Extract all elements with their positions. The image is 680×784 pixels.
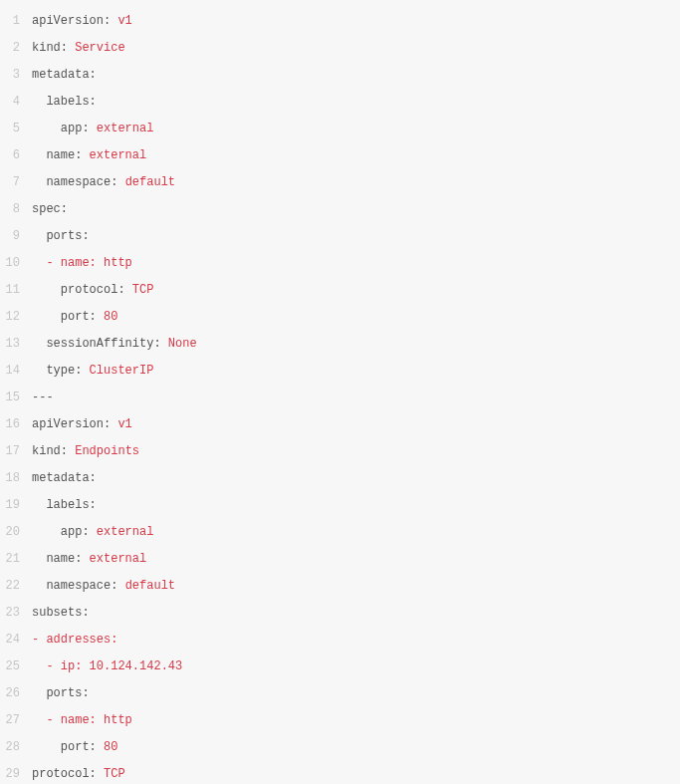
code-content: - addresses: — [32, 627, 117, 653]
code-line: 17kind: Endpoints — [0, 438, 680, 465]
code-content: apiVersion: v1 — [32, 8, 132, 35]
line-number: 29 — [0, 761, 32, 784]
code-content: app: external — [32, 116, 153, 142]
code-content: kind: Endpoints — [32, 438, 139, 465]
code-line: 23subsets: — [0, 600, 680, 627]
yaml-code-block: 1apiVersion: v12kind: Service3metadata:4… — [0, 0, 680, 784]
line-number: 4 — [0, 89, 32, 116]
line-number: 24 — [0, 627, 32, 653]
line-number: 1 — [0, 8, 32, 35]
code-content: port: 80 — [32, 734, 117, 761]
code-line: 11 protocol: TCP — [0, 277, 680, 304]
code-line: 5 app: external — [0, 116, 680, 142]
line-number: 22 — [0, 573, 32, 600]
line-number: 15 — [0, 385, 32, 411]
code-line: 22 namespace: default — [0, 573, 680, 600]
code-content: type: ClusterIP — [32, 358, 153, 385]
line-number: 27 — [0, 707, 32, 734]
code-content: ports: — [32, 680, 90, 707]
line-number: 18 — [0, 465, 32, 492]
code-content: name: external — [32, 546, 146, 573]
line-number: 10 — [0, 250, 32, 277]
code-line: 26 ports: — [0, 680, 680, 707]
code-content: - ip: 10.124.142.43 — [32, 653, 182, 680]
code-content: metadata: — [32, 465, 97, 492]
code-content: --- — [32, 385, 54, 411]
line-number: 14 — [0, 358, 32, 385]
code-line: 20 app: external — [0, 519, 680, 546]
code-line: 7 namespace: default — [0, 169, 680, 196]
code-line: 25 - ip: 10.124.142.43 — [0, 653, 680, 680]
line-number: 12 — [0, 304, 32, 331]
line-number: 19 — [0, 492, 32, 519]
code-line: 6 name: external — [0, 142, 680, 169]
code-content: port: 80 — [32, 304, 117, 331]
code-content: namespace: default — [32, 573, 175, 600]
code-content: - name: http — [32, 707, 132, 734]
code-content: protocol: TCP — [32, 761, 125, 784]
code-line: 2kind: Service — [0, 35, 680, 62]
code-line: 3metadata: — [0, 62, 680, 89]
line-number: 28 — [0, 734, 32, 761]
code-content: subsets: — [32, 600, 90, 627]
line-number: 17 — [0, 438, 32, 465]
code-line: 21 name: external — [0, 546, 680, 573]
code-content: labels: — [32, 492, 97, 519]
code-content: spec: — [32, 196, 68, 223]
code-line: 13 sessionAffinity: None — [0, 331, 680, 358]
code-content: app: external — [32, 519, 153, 546]
line-number: 3 — [0, 62, 32, 89]
code-content: labels: — [32, 89, 97, 116]
line-number: 20 — [0, 519, 32, 546]
code-line: 1apiVersion: v1 — [0, 8, 680, 35]
code-content: sessionAffinity: None — [32, 331, 197, 358]
code-content: namespace: default — [32, 169, 175, 196]
line-number: 26 — [0, 680, 32, 707]
code-line: 27 - name: http — [0, 707, 680, 734]
line-number: 11 — [0, 277, 32, 304]
code-line: 9 ports: — [0, 223, 680, 250]
code-content: kind: Service — [32, 35, 125, 62]
code-content: name: external — [32, 142, 146, 169]
code-line: 16apiVersion: v1 — [0, 411, 680, 438]
line-number: 9 — [0, 223, 32, 250]
code-line: 24- addresses: — [0, 627, 680, 653]
code-line: 18metadata: — [0, 465, 680, 492]
code-line: 8spec: — [0, 196, 680, 223]
line-number: 7 — [0, 169, 32, 196]
code-line: 14 type: ClusterIP — [0, 358, 680, 385]
code-line: 29protocol: TCP — [0, 761, 680, 784]
line-number: 8 — [0, 196, 32, 223]
code-line: 19 labels: — [0, 492, 680, 519]
code-content: apiVersion: v1 — [32, 411, 132, 438]
line-number: 5 — [0, 116, 32, 142]
line-number: 6 — [0, 142, 32, 169]
code-line: 12 port: 80 — [0, 304, 680, 331]
code-content: metadata: — [32, 62, 97, 89]
code-line: 10 - name: http — [0, 250, 680, 277]
code-line: 28 port: 80 — [0, 734, 680, 761]
line-number: 25 — [0, 653, 32, 680]
line-number: 16 — [0, 411, 32, 438]
code-content: protocol: TCP — [32, 277, 153, 304]
line-number: 21 — [0, 546, 32, 573]
line-number: 23 — [0, 600, 32, 627]
code-line: 4 labels: — [0, 89, 680, 116]
code-content: - name: http — [32, 250, 132, 277]
code-content: ports: — [32, 223, 90, 250]
line-number: 2 — [0, 35, 32, 62]
code-line: 15--- — [0, 385, 680, 411]
line-number: 13 — [0, 331, 32, 358]
